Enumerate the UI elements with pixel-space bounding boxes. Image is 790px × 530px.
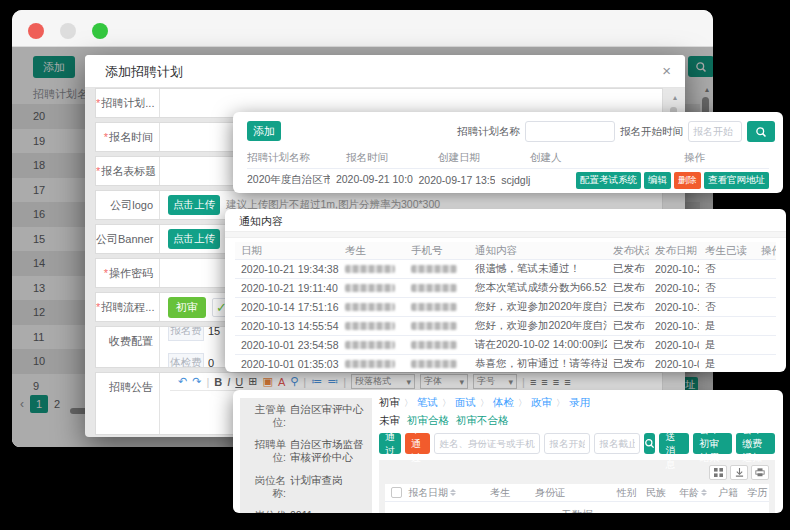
plan-search-bar: 招聘计划名称 报名开始时间 <box>457 121 775 142</box>
italic-icon[interactable]: I <box>227 376 230 388</box>
candidate-table-header: 报名日期 考生 身份证 性别 民族 年龄 户籍 学历 <box>385 484 769 501</box>
candidate-search-input[interactable] <box>434 433 540 454</box>
redacted-candidate-name <box>345 322 395 330</box>
unordered-list-icon[interactable]: ≕ <box>327 375 338 388</box>
field-label: 招聘流程... <box>101 301 154 313</box>
empty-state: 无数据 <box>385 501 769 513</box>
font-color-icon[interactable]: A <box>278 376 285 388</box>
signup-fee-label: 报名费 <box>168 327 204 341</box>
required-mark: * <box>104 131 108 143</box>
ordered-list-icon[interactable]: ≔ <box>311 375 322 388</box>
field-label: 报名表标题 <box>101 165 156 177</box>
plan-creator-cell: scjdglj <box>495 174 576 186</box>
editor-toolbar: ↶ ↷ | B I U ⊞ ▣ A ⚲ | ≔ ≕ | 段落格式▾ 字体▾ 字号… <box>170 373 662 391</box>
font-family-select[interactable]: 字体▾ <box>420 374 468 389</box>
publish-review-result-button[interactable]: 公布初审结果 <box>693 433 732 454</box>
banner-upload-button[interactable]: 点击上传 <box>168 229 220 249</box>
align-right-icon[interactable]: ≡ <box>553 376 559 388</box>
maximize-window-button[interactable] <box>92 23 108 39</box>
table-row: 2020-10-01 23:54:58 请在2020-10-02 14:00:0… <box>235 335 776 354</box>
review-table-area: 报名日期 考生 身份证 性别 民族 年龄 户籍 学历 <box>379 460 775 513</box>
info-item: 岗位名称: 计划审查岗 <box>240 469 372 504</box>
medical-fee-label: 体检费 <box>168 353 204 367</box>
sort-icon[interactable] <box>450 489 456 496</box>
plan-add-button[interactable]: 添加 <box>247 121 281 141</box>
step-interview[interactable]: 面试 <box>455 396 476 410</box>
plan-search-button[interactable] <box>747 121 775 142</box>
redo-icon[interactable]: ↷ <box>192 375 201 388</box>
minimize-window-button[interactable] <box>60 23 76 39</box>
plan-name-cell: 2020年度自治区市场监... <box>247 173 330 187</box>
image-icon[interactable]: ▣ <box>262 375 272 388</box>
signup-start-input[interactable] <box>544 433 590 454</box>
sort-icon[interactable] <box>701 489 707 496</box>
review-toolbar: 通过 不通过 发送消息 公布初审结果 公布缴费通知 <box>379 433 775 454</box>
notice-table: 日期 考生 手机号 通知内容 发布状态 发布日期 考生已读 操作 2020-10… <box>235 242 776 373</box>
step-written-exam[interactable]: 笔试 <box>417 396 438 410</box>
publish-fee-notice-button[interactable]: 公布缴费通知 <box>736 433 775 454</box>
info-item: 招聘单位: 自治区市场监督审核评价中心 <box>240 433 372 468</box>
view-site-url-button[interactable]: 查看官网地址 <box>704 172 769 189</box>
field-label: 招聘计划... <box>101 97 154 109</box>
chevron-down-icon: ▾ <box>406 377 411 387</box>
bold-icon[interactable]: B <box>214 376 222 388</box>
underline-icon[interactable]: U <box>235 376 243 388</box>
paragraph-format-select[interactable]: 段落格式▾ <box>351 374 415 389</box>
export-button[interactable] <box>730 465 748 480</box>
plan-name-input[interactable] <box>168 96 662 110</box>
select-all-checkbox[interactable] <box>391 487 402 498</box>
align-center-icon[interactable]: ≡ <box>541 376 547 388</box>
field-label: 公司logo <box>110 199 153 211</box>
review-search-button[interactable] <box>644 433 655 454</box>
required-mark: * <box>96 301 100 313</box>
field-label: 操作密码 <box>109 267 153 279</box>
font-size-select[interactable]: 字号▾ <box>473 374 517 389</box>
filter-unreviewed[interactable]: 未审 <box>379 414 400 428</box>
print-button[interactable] <box>751 465 769 480</box>
redacted-phone <box>411 303 457 311</box>
pass-button[interactable]: 通过 <box>379 433 401 454</box>
step-first-review[interactable]: 初审 <box>379 396 400 410</box>
process-step-first-review[interactable]: 初审 <box>168 297 206 318</box>
position-info-sidebar: 主管单位: 自治区审评中心 招聘单位: 自治区市场监督审核评价中心 岗位名称: … <box>240 398 372 513</box>
delete-button[interactable]: 删除 <box>674 172 701 189</box>
table-row: 2020-10-01 01:35:03 恭喜您，初审通过！请等待进一步通知 已发… <box>235 354 776 373</box>
redacted-phone <box>411 322 457 330</box>
table-icon[interactable]: ⊞ <box>248 375 257 388</box>
notice-toolbar-strip <box>225 231 786 238</box>
start-time-search-input[interactable] <box>688 121 742 142</box>
table-row: 2020-10-21 19:11:40 您本次笔试成绩分数为66.52分 已发布… <box>235 278 776 297</box>
send-message-button[interactable]: 发送消息 <box>659 433 689 454</box>
filter-review-failed[interactable]: 初审不合格 <box>456 414 509 428</box>
field-label: 收费配置 <box>109 335 153 347</box>
download-icon <box>735 468 744 477</box>
step-hired[interactable]: 录用 <box>569 396 590 410</box>
step-medical-exam[interactable]: 体检 <box>493 396 514 410</box>
logo-upload-button[interactable]: 点击上传 <box>168 195 220 215</box>
plan-name-search-input[interactable] <box>525 121 615 142</box>
review-panel: 主管单位: 自治区审评中心 招聘单位: 自治区市场监督审核评价中心 岗位名称: … <box>233 390 783 513</box>
close-window-button[interactable] <box>28 23 44 39</box>
field-label: 招聘公告 <box>109 381 153 393</box>
plan-time-cell: 2020-09-21 10:00到2020... <box>330 173 413 187</box>
close-icon[interactable]: × <box>662 63 671 79</box>
notice-title: 通知内容 <box>239 214 283 229</box>
fail-button[interactable]: 不通过 <box>405 433 430 454</box>
signup-end-input[interactable] <box>594 433 640 454</box>
edit-button[interactable]: 编辑 <box>644 172 671 189</box>
required-mark: * <box>96 165 100 177</box>
undo-icon[interactable]: ↶ <box>178 375 187 388</box>
scroll-up-icon[interactable]: ▴ <box>673 93 677 102</box>
chevron-down-icon: ▾ <box>459 377 464 387</box>
align-left-icon[interactable]: ≡ <box>530 376 536 388</box>
chevron-down-icon: ▾ <box>508 377 513 387</box>
field-label: 报名时间 <box>109 131 153 143</box>
config-exam-system-button[interactable]: 配置考试系统 <box>576 172 641 189</box>
align-justify-icon[interactable]: ≡ <box>564 376 570 388</box>
column-settings-button[interactable] <box>709 465 727 480</box>
table-tools <box>385 465 769 480</box>
link-icon[interactable]: ⚲ <box>290 375 298 388</box>
redacted-candidate-name <box>345 284 395 292</box>
search-icon <box>755 126 767 138</box>
step-political-review[interactable]: 政审 <box>531 396 552 410</box>
